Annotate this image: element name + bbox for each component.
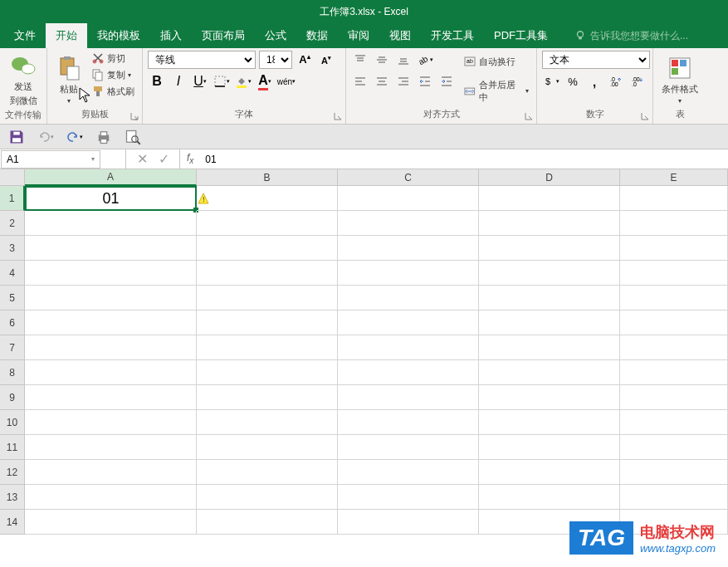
menu-view[interactable]: 视图 [379, 23, 421, 48]
menu-formulas[interactable]: 公式 [255, 23, 296, 48]
cell-A9[interactable] [25, 385, 197, 410]
paste-button[interactable]: 粘贴 ▾ [52, 51, 86, 108]
align-top-button[interactable] [351, 51, 369, 69]
cell-C10[interactable] [338, 410, 479, 435]
cell-C2[interactable] [338, 211, 479, 236]
cell-E6[interactable] [620, 310, 728, 335]
cell-E1[interactable] [620, 186, 728, 211]
menu-pdf[interactable]: PDF工具集 [484, 23, 558, 48]
menu-review[interactable]: 审阅 [338, 23, 379, 48]
accounting-format-button[interactable]: $▾ [542, 72, 560, 90]
cell-A13[interactable] [25, 485, 197, 510]
enter-formula-button[interactable]: ✓ [156, 152, 171, 167]
send-wechat-button[interactable]: 发送 到微信 [5, 51, 42, 109]
orientation-button[interactable]: ab▾ [416, 51, 434, 69]
cell-B7[interactable] [197, 335, 338, 360]
merge-center-button[interactable]: 合并后居中 ▾ [461, 78, 531, 105]
decrease-indent-button[interactable] [416, 72, 434, 90]
cell-B9[interactable] [197, 385, 338, 410]
cell-B4[interactable] [197, 261, 338, 286]
cell-C14[interactable] [338, 510, 479, 535]
font-dialog-launcher[interactable] [333, 111, 343, 121]
font-size-select[interactable]: 18 [259, 51, 292, 69]
decrease-decimal-button[interactable]: .00.0 [628, 72, 647, 90]
cell-E4[interactable] [620, 261, 728, 286]
cell-E13[interactable] [620, 485, 728, 510]
cell-D8[interactable] [479, 360, 620, 385]
row-header-3[interactable]: 3 [0, 236, 25, 261]
row-header-2[interactable]: 2 [0, 211, 25, 236]
cell-B3[interactable] [197, 236, 338, 261]
cell-E5[interactable] [620, 286, 728, 310]
col-header-E[interactable]: E [620, 169, 728, 186]
cell-C1[interactable] [338, 186, 479, 211]
cell-A4[interactable] [25, 261, 197, 286]
cell-E2[interactable] [620, 211, 728, 236]
wrap-text-button[interactable]: ab 自动换行 [461, 54, 531, 69]
increase-indent-button[interactable] [437, 72, 456, 90]
cell-C9[interactable] [338, 385, 479, 410]
font-name-select[interactable]: 等线 [148, 51, 256, 69]
alignment-dialog-launcher[interactable] [524, 111, 534, 121]
cell-B1[interactable] [197, 186, 338, 211]
cell-D11[interactable] [479, 435, 620, 460]
cut-button[interactable]: 剪切 [89, 51, 137, 66]
cell-E8[interactable] [620, 360, 728, 385]
fx-label[interactable]: fx [180, 152, 200, 165]
cell-A7[interactable] [25, 335, 197, 360]
cell-A12[interactable] [25, 460, 197, 485]
cell-B10[interactable] [197, 410, 338, 435]
align-center-button[interactable] [373, 72, 391, 90]
cell-C5[interactable] [338, 286, 479, 310]
decrease-font-button[interactable]: A▾ [317, 51, 335, 69]
cell-E9[interactable] [620, 385, 728, 410]
cell-C8[interactable] [338, 360, 479, 385]
col-header-A[interactable]: A [25, 169, 197, 186]
menu-developer[interactable]: 开发工具 [421, 23, 484, 48]
menu-data[interactable]: 数据 [296, 23, 338, 48]
cell-C12[interactable] [338, 460, 479, 485]
align-middle-button[interactable] [373, 51, 391, 69]
row-header-5[interactable]: 5 [0, 286, 25, 310]
row-header-6[interactable]: 6 [0, 310, 25, 335]
cell-D5[interactable] [479, 286, 620, 310]
cell-A1[interactable]: 01! [25, 186, 197, 211]
select-all-corner[interactable] [0, 169, 25, 186]
row-header-4[interactable]: 4 [0, 261, 25, 286]
save-button[interactable] [8, 129, 25, 145]
number-dialog-launcher[interactable] [640, 111, 650, 121]
comma-button[interactable]: , [585, 72, 603, 90]
cell-D2[interactable] [479, 211, 620, 236]
cell-D12[interactable] [479, 460, 620, 485]
tell-me-search[interactable]: 告诉我您想要做什么... [574, 29, 688, 43]
italic-button[interactable]: I [169, 72, 188, 90]
increase-decimal-button[interactable]: .0.00 [607, 72, 625, 90]
cell-A11[interactable] [25, 435, 197, 460]
cell-A5[interactable] [25, 286, 197, 310]
format-painter-button[interactable]: 格式刷 [89, 84, 137, 99]
cell-C11[interactable] [338, 435, 479, 460]
conditional-format-button[interactable]: 条件格式 ▾ [658, 51, 701, 108]
cell-D1[interactable] [479, 186, 620, 211]
row-header-10[interactable]: 10 [0, 410, 25, 435]
cancel-formula-button[interactable]: ✕ [134, 152, 149, 167]
copy-button[interactable]: 复制 ▾ [89, 67, 137, 82]
font-color-button[interactable]: A▾ [256, 72, 274, 90]
border-button[interactable]: ▾ [213, 72, 231, 90]
cell-C6[interactable] [338, 310, 479, 335]
cell-E10[interactable] [620, 410, 728, 435]
cell-B11[interactable] [197, 435, 338, 460]
cell-A14[interactable] [25, 510, 197, 535]
cell-E3[interactable] [620, 236, 728, 261]
increase-font-button[interactable]: A▴ [296, 51, 314, 69]
formula-input[interactable] [200, 154, 728, 165]
cell-D13[interactable] [479, 485, 620, 510]
cell-E12[interactable] [620, 460, 728, 485]
col-header-C[interactable]: C [338, 169, 479, 186]
align-left-button[interactable] [351, 72, 369, 90]
align-right-button[interactable] [394, 72, 413, 90]
percent-button[interactable]: % [564, 72, 582, 90]
cell-B14[interactable] [197, 510, 338, 535]
underline-button[interactable]: U▾ [191, 72, 209, 90]
menu-insert[interactable]: 插入 [150, 23, 192, 48]
